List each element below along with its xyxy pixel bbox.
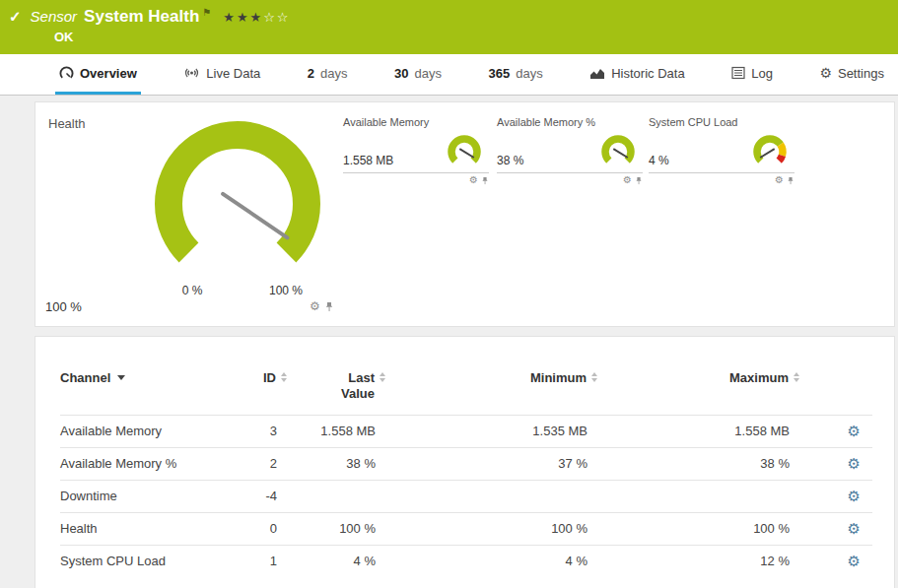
- tab-overview-label: Overview: [80, 66, 137, 81]
- header-actions: [799, 364, 872, 415]
- stars-filled[interactable]: ★★★: [223, 10, 263, 25]
- channel-last-value: 100 %: [287, 512, 385, 545]
- health-gauge-actions: ⚙: [310, 300, 334, 312]
- tab-log[interactable]: Log: [727, 54, 777, 95]
- mini-gauge-dial: [747, 131, 793, 172]
- mini-gauge-available-memory-pct: Available Memory % 38 % ⚙: [497, 116, 643, 185]
- channel-maximum: 12 %: [597, 545, 799, 577]
- channel-minimum: 100 %: [385, 512, 597, 545]
- tab-365-days[interactable]: 365 days: [485, 54, 547, 95]
- stars-empty[interactable]: ☆☆: [263, 10, 290, 25]
- table-header-row: Channel ID Last Value Minimum Maximum: [60, 364, 872, 415]
- tab-365-days-unit: days: [516, 66, 542, 81]
- sort-icon[interactable]: [281, 372, 287, 382]
- gear-icon: ⚙: [819, 66, 832, 80]
- health-scale-min: 0 %: [170, 284, 215, 297]
- tab-2-days-unit: days: [320, 66, 347, 81]
- channel-last-value: 1.558 MB: [287, 415, 385, 447]
- live-data-icon: [183, 66, 200, 80]
- channels-table: Channel ID Last Value Minimum Maximum: [60, 364, 872, 577]
- gauge-gear-icon[interactable]: ⚙: [469, 175, 478, 185]
- channel-maximum: 100 %: [597, 512, 799, 545]
- gauge-gear-icon[interactable]: ⚙: [775, 175, 784, 185]
- health-current-value: 100 %: [45, 299, 82, 314]
- header-last-value[interactable]: Last Value: [287, 364, 385, 415]
- header-maximum[interactable]: Maximum: [597, 364, 799, 415]
- header-channel[interactable]: Channel: [60, 364, 218, 415]
- header-last-value-label: Last Value: [331, 370, 375, 403]
- chevron-down-icon: [117, 375, 125, 380]
- health-gauge-title: Health: [48, 116, 86, 131]
- gauge-pin-icon[interactable]: [635, 176, 643, 185]
- mini-gauge-title: System CPU Load: [649, 116, 794, 128]
- channel-name: Available Memory: [60, 415, 218, 447]
- channel-maximum: 38 %: [597, 447, 799, 480]
- sort-icon[interactable]: [380, 372, 385, 382]
- channel-settings-gear-icon[interactable]: ⚙: [848, 423, 861, 439]
- tab-historic-data[interactable]: Historic Data: [586, 54, 688, 95]
- gauge-pin-icon[interactable]: [324, 301, 334, 312]
- channel-settings-gear-icon[interactable]: ⚙: [848, 488, 861, 504]
- header-id-label: ID: [263, 370, 276, 385]
- tab-2-days-number: 2: [308, 66, 314, 81]
- tab-bar: Overview Live Data 2 days 30 days 365 da…: [0, 54, 898, 96]
- gauge-gear-icon[interactable]: ⚙: [310, 300, 320, 312]
- header-id[interactable]: ID: [218, 364, 287, 415]
- channel-minimum: 4 %: [385, 545, 597, 577]
- table-row: Health 0 100 % 100 % 100 % ⚙: [60, 512, 872, 545]
- mini-gauge-needle: [459, 149, 473, 158]
- mini-gauge-available-memory: Available Memory 1.558 MB ⚙: [343, 116, 489, 185]
- overview-gauge-icon: [59, 66, 74, 81]
- health-gauge: [144, 120, 331, 288]
- channel-name: System CPU Load: [60, 545, 218, 577]
- log-list-icon: [731, 66, 745, 80]
- mini-gauge-actions: ⚙: [497, 175, 643, 185]
- channel-name: Health: [60, 512, 218, 545]
- channel-settings-gear-icon[interactable]: ⚙: [848, 520, 861, 537]
- mini-gauge-value: 4 %: [649, 154, 669, 167]
- tab-30-days[interactable]: 30 days: [390, 54, 446, 95]
- flag-icon[interactable]: ⚑: [202, 7, 211, 18]
- channel-minimum: [385, 480, 597, 512]
- sensor-kind-label: Sensor: [31, 8, 78, 25]
- channel-settings-gear-icon[interactable]: ⚙: [848, 553, 861, 569]
- channel-id: 3: [218, 415, 287, 447]
- status-ok-check-icon: ✓: [9, 8, 22, 26]
- channel-minimum: 37 %: [385, 447, 597, 480]
- gauge-pin-icon[interactable]: [787, 176, 794, 185]
- gauge-gear-icon[interactable]: ⚙: [623, 175, 632, 185]
- tab-historic-data-label: Historic Data: [611, 66, 684, 81]
- mini-gauge-system-cpu-load: System CPU Load 4 % ⚙: [649, 116, 794, 185]
- tab-30-days-unit: days: [415, 66, 442, 81]
- table-row: Available Memory % 2 38 % 37 % 38 % ⚙: [60, 447, 872, 480]
- mini-gauge-actions: ⚙: [343, 175, 489, 185]
- gauge-pin-icon[interactable]: [481, 176, 489, 185]
- tab-live-data-label: Live Data: [206, 66, 260, 81]
- tab-2-days[interactable]: 2 days: [304, 54, 352, 95]
- mini-gauge-value: 1.558 MB: [343, 154, 393, 167]
- sensor-header: ✓ Sensor System Health ⚑ ★★★☆☆ OK: [0, 0, 898, 54]
- priority-stars[interactable]: ★★★☆☆: [223, 10, 290, 25]
- channel-name: Available Memory %: [60, 447, 218, 480]
- health-gauge-needle: [223, 194, 287, 237]
- header-minimum[interactable]: Minimum: [385, 364, 597, 415]
- tab-overview[interactable]: Overview: [55, 54, 141, 95]
- sort-icon[interactable]: [794, 372, 799, 382]
- mini-gauge-needle: [760, 149, 774, 158]
- channel-last-value: 4 %: [287, 545, 385, 577]
- mini-gauge-value: 38 %: [497, 154, 523, 167]
- tab-live-data[interactable]: Live Data: [179, 54, 264, 95]
- tab-30-days-number: 30: [394, 66, 408, 81]
- tab-settings[interactable]: ⚙ Settings: [815, 54, 888, 95]
- health-scale-max: 100 %: [258, 284, 313, 297]
- table-row: Available Memory 3 1.558 MB 1.535 MB 1.5…: [60, 415, 872, 447]
- channel-settings-gear-icon[interactable]: ⚙: [848, 455, 861, 472]
- sort-icon[interactable]: [591, 372, 597, 382]
- status-badge: OK: [54, 30, 74, 44]
- header-channel-label: Channel: [60, 370, 110, 385]
- table-row: Downtime -4 ⚙: [60, 480, 872, 512]
- header-minimum-label: Minimum: [530, 370, 587, 385]
- mini-gauge-title: Available Memory %: [497, 116, 643, 128]
- page-title: System Health: [84, 7, 199, 27]
- mini-gauge-dial: [442, 131, 487, 172]
